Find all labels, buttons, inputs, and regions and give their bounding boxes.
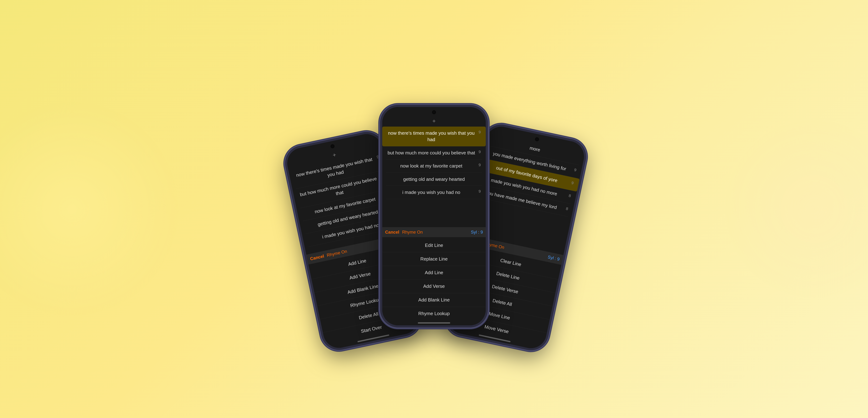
lyric-line-highlighted[interactable]: now there's times made you wish that you…	[382, 127, 486, 146]
syl-count: 9	[478, 150, 482, 154]
syl-count: 8	[568, 193, 573, 199]
camera-dot-center	[432, 110, 436, 114]
phone-center-notch	[382, 107, 486, 116]
toolbar-center: Cancel Rhyme On Syl : 9	[382, 227, 486, 237]
lyric-text-highlighted: now there's times made you wish that you…	[386, 130, 477, 143]
lyric-text: i made you wish you had no	[386, 189, 477, 196]
syl-count: 8	[565, 206, 570, 212]
syl-count: 9	[478, 189, 482, 194]
phone-center-screen: + now there's times made you wish that y…	[382, 107, 486, 325]
lyric-text: getting old and weary hearted	[386, 176, 482, 183]
rhyme-on-button[interactable]: Rhyme On	[327, 249, 348, 258]
syl-count: 9	[478, 163, 482, 167]
phone-left-vol-down-btn	[293, 217, 299, 234]
lyric-line: now look at my favorite carpet 9	[386, 159, 482, 172]
phone-left-silent-btn	[286, 181, 289, 192]
lyrics-content-center: now there's times made you wish that you…	[382, 127, 486, 227]
rhyme-on-button-center[interactable]: Rhyme On	[402, 230, 423, 235]
menu-add-verse[interactable]: Add Verse	[382, 280, 486, 293]
cancel-button-center[interactable]: Cancel	[385, 230, 399, 235]
syl-count: 9	[574, 167, 578, 173]
camera-dot	[330, 144, 335, 149]
syl-count: 9	[478, 130, 482, 134]
lyric-text: now look at my favorite carpet	[386, 163, 477, 169]
lyric-text: but how much more could you believe that	[386, 150, 477, 156]
phone-left-vol-up-btn	[289, 196, 294, 213]
menu-center: Edit Line Replace Line Add Line Add Vers…	[382, 237, 486, 322]
menu-edit-line[interactable]: Edit Line	[382, 238, 486, 252]
lyric-line: getting old and weary hearted	[386, 173, 482, 186]
lyric-line: but how much more could you believe that…	[386, 146, 482, 159]
camera-dot-right	[535, 137, 539, 142]
lyric-line: i made you wish you had no 9	[386, 186, 482, 199]
syl-indicator-right: Syl : 9	[547, 254, 560, 262]
syl-indicator-center: Syl : 9	[471, 230, 483, 235]
menu-add-line[interactable]: Add Line	[382, 266, 486, 280]
bg-glow-right	[724, 119, 868, 299]
home-indicator-center	[382, 322, 486, 325]
home-bar-center	[418, 322, 450, 324]
syl-count: 9	[571, 181, 576, 186]
menu-replace-line[interactable]: Replace Line	[382, 252, 486, 266]
cancel-button[interactable]: Cancel	[310, 254, 324, 261]
phone-center-inner: + now there's times made you wish that y…	[382, 107, 486, 325]
phones-container: + now there's times made you wish that y…	[147, 29, 721, 389]
add-line-btn-center[interactable]: +	[382, 116, 486, 127]
phone-center: + now there's times made you wish that y…	[380, 105, 488, 327]
menu-add-blank-line[interactable]: Add Blank Line	[382, 293, 486, 307]
menu-rhyme-lookup[interactable]: Rhyme Lookup	[382, 307, 486, 320]
